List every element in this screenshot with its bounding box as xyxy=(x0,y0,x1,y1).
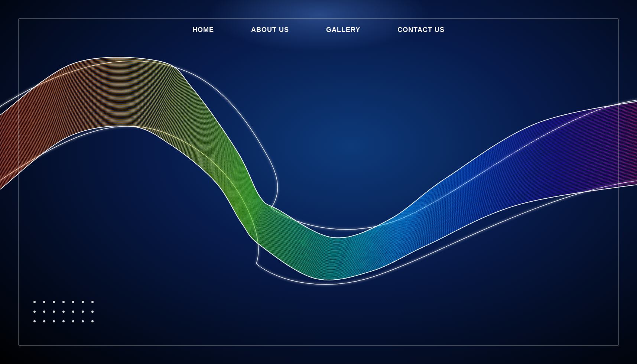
nav-about[interactable]: ABOUT US xyxy=(251,26,289,34)
dot-item xyxy=(43,320,45,322)
dot-item xyxy=(91,301,94,303)
dot-item xyxy=(62,311,65,313)
dot-item xyxy=(53,311,55,313)
dot-item xyxy=(82,320,84,322)
dot-item xyxy=(53,301,55,303)
dot-grid xyxy=(33,301,98,327)
dot-item xyxy=(33,320,36,322)
dot-item xyxy=(62,320,65,322)
dot-item xyxy=(72,320,74,322)
dot-item xyxy=(33,301,36,303)
dot-item xyxy=(33,311,36,313)
page-wrapper: // We'll draw multiple lines in the SVG … xyxy=(0,0,637,364)
navigation: HOME ABOUT US GALLERY CONTACT US xyxy=(0,26,637,34)
dot-item xyxy=(91,320,94,322)
dot-item xyxy=(53,320,55,322)
dot-item xyxy=(62,301,65,303)
dot-item xyxy=(43,301,45,303)
dot-item xyxy=(72,311,74,313)
dot-item xyxy=(72,301,74,303)
dot-item xyxy=(82,301,84,303)
dot-item xyxy=(82,311,84,313)
nav-home[interactable]: HOME xyxy=(192,26,214,34)
dot-item xyxy=(43,311,45,313)
nav-gallery[interactable]: GALLERY xyxy=(326,26,360,34)
nav-contact[interactable]: CONTACT US xyxy=(397,26,445,34)
dot-item xyxy=(91,311,94,313)
